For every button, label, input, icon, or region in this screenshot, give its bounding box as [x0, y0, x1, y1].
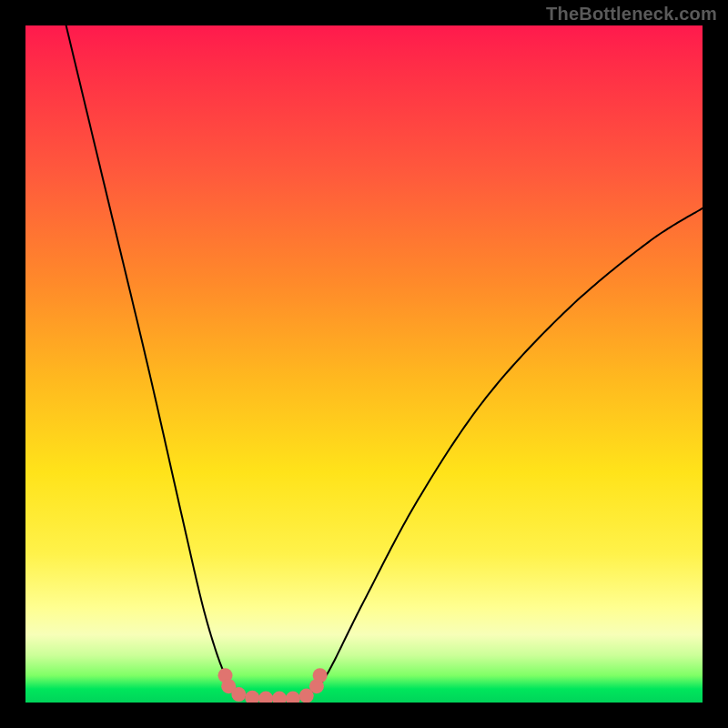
highlight-marker — [272, 692, 287, 703]
watermark-text: TheBottleneck.com — [546, 4, 717, 25]
highlight-marker — [258, 692, 273, 703]
bottleneck-curve — [25, 25, 703, 703]
plot-area — [25, 25, 703, 703]
highlight-marker — [245, 691, 259, 703]
highlight-marker — [313, 668, 328, 682]
series-bottleneck-curve-left — [66, 25, 249, 697]
highlight-marker — [286, 692, 300, 703]
series-bottleneck-curve-right — [303, 208, 703, 697]
chart-frame: TheBottleneck.com — [0, 0, 728, 728]
highlight-marker — [231, 687, 246, 702]
